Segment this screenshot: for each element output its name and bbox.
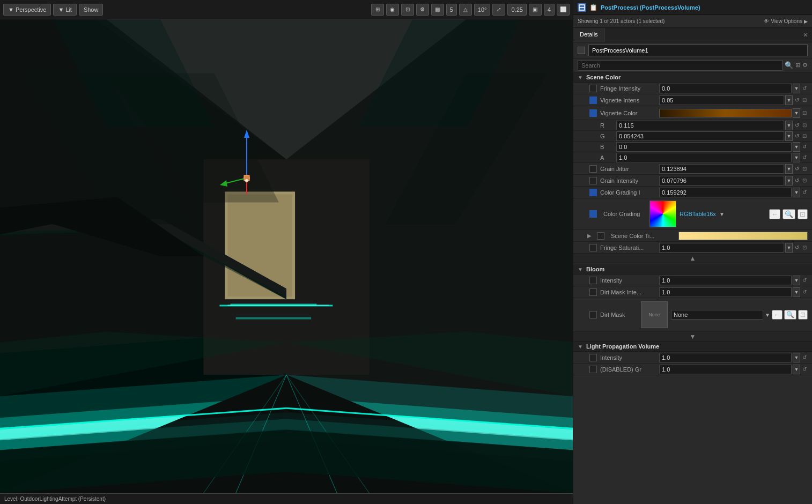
vignette-intensity-checkbox[interactable] xyxy=(589,97,597,104)
fringe-intensity-reset-btn[interactable]: ↺ xyxy=(801,85,808,91)
fringe-intensity-spin-btn[interactable]: ▼ xyxy=(793,84,800,93)
vignette-color-checkbox[interactable] xyxy=(589,109,597,117)
render-num-button[interactable]: 4 xyxy=(544,4,555,16)
camera-button[interactable]: ◉ xyxy=(386,4,399,16)
fringe-intensity-input[interactable] xyxy=(659,84,792,93)
scroll-down-arrow[interactable]: ▼ xyxy=(690,333,696,340)
details-close-button[interactable]: × xyxy=(799,28,812,42)
color-grading-intensity-spin-btn[interactable]: ▼ xyxy=(793,188,800,197)
fringe-saturation-checkbox[interactable] xyxy=(589,244,597,251)
lpv-disabled-gr-checkbox[interactable] xyxy=(589,366,597,373)
num5-button[interactable]: 5 xyxy=(446,4,457,16)
b-spin-btn[interactable]: ▼ xyxy=(793,142,800,152)
vignette-intensity-spin-btn[interactable]: ▼ xyxy=(785,95,793,105)
grain-intensity-checkbox[interactable] xyxy=(589,177,597,184)
fringe-saturation-extra-btn[interactable]: ⊡ xyxy=(801,244,808,250)
vignette-intensity-input[interactable] xyxy=(659,95,784,105)
color-grading-texture-checkbox[interactable] xyxy=(589,210,597,218)
grain-jitter-extra-btn[interactable]: ⊡ xyxy=(801,166,808,172)
grid-view-icon[interactable]: ⊞ xyxy=(795,62,800,69)
g-extra-btn[interactable]: ⊡ xyxy=(801,133,808,139)
bloom-intensity-spin-btn[interactable]: ▼ xyxy=(793,276,800,285)
settings-icon[interactable]: ⚙ xyxy=(802,62,808,69)
scene-tint-expand-arrow[interactable]: ▶ xyxy=(587,233,592,239)
color-grading-extra-btn[interactable]: ⊡ xyxy=(798,209,808,219)
color-grading-lut-preview[interactable] xyxy=(649,201,676,227)
fringe-intensity-checkbox[interactable] xyxy=(589,85,597,92)
fringe-saturation-reset-btn[interactable]: ↺ xyxy=(794,244,800,250)
grid-size-button[interactable]: ▦ xyxy=(431,4,444,16)
search-input[interactable] xyxy=(578,60,783,71)
dirt-mask-intensity-input[interactable] xyxy=(659,287,792,297)
search-icon[interactable]: 🔍 xyxy=(785,61,793,69)
a-input[interactable] xyxy=(616,153,792,162)
angle-value-button[interactable]: 10° xyxy=(474,4,491,16)
color-grading-intensity-reset-btn[interactable]: ↺ xyxy=(801,189,808,195)
dirt-mask-intensity-reset-btn[interactable]: ↺ xyxy=(801,289,808,295)
scale-settings-button[interactable]: ⤢ xyxy=(492,4,505,16)
bloom-section-header[interactable]: ▼ Bloom xyxy=(573,264,812,275)
lpv-intensity-input[interactable] xyxy=(659,353,792,362)
lpv-intensity-spin-btn[interactable]: ▼ xyxy=(793,353,800,362)
dirt-mask-extra-btn[interactable]: ⊡ xyxy=(798,310,808,320)
b-input[interactable] xyxy=(616,142,792,152)
color-grading-arrow-left-btn[interactable]: ← xyxy=(769,209,780,219)
r-input[interactable] xyxy=(616,121,784,130)
vignette-color-extra-btn[interactable]: ⊡ xyxy=(801,110,808,116)
grain-jitter-spin-btn[interactable]: ▼ xyxy=(785,164,793,174)
show-button[interactable]: Show xyxy=(79,4,104,16)
dirt-mask-intensity-checkbox[interactable] xyxy=(589,288,597,296)
color-grading-search-btn[interactable]: 🔍 xyxy=(783,209,795,219)
g-reset-btn[interactable]: ↺ xyxy=(794,133,800,139)
tab-details[interactable]: Details xyxy=(573,28,605,42)
grain-intensity-extra-btn[interactable]: ⊡ xyxy=(801,177,808,183)
color-grading-intensity-checkbox[interactable] xyxy=(589,189,597,196)
vignette-intensity-reset-btn[interactable]: ↺ xyxy=(794,97,800,103)
scroll-up-arrow[interactable]: ▲ xyxy=(690,255,696,262)
dirt-mask-name-input[interactable] xyxy=(671,310,763,320)
grain-jitter-reset-btn[interactable]: ↺ xyxy=(794,166,800,172)
view-options-button[interactable]: 👁 View Options ▶ xyxy=(764,18,808,24)
a-reset-btn[interactable]: ↺ xyxy=(801,154,808,160)
dirt-mask-intensity-spin-btn[interactable]: ▼ xyxy=(793,287,800,297)
perspective-button[interactable]: ▼ Perspective xyxy=(3,4,51,16)
grain-jitter-input[interactable] xyxy=(659,164,784,174)
a-spin-btn[interactable]: ▼ xyxy=(793,153,800,162)
grain-intensity-spin-btn[interactable]: ▼ xyxy=(785,176,793,186)
lpv-disabled-gr-spin-btn[interactable]: ▼ xyxy=(793,365,800,374)
lpv-section-header[interactable]: ▼ Light Propagation Volume xyxy=(573,342,812,352)
vignette-intensity-extra-btn[interactable]: ⊡ xyxy=(801,97,808,103)
r-extra-btn[interactable]: ⊡ xyxy=(801,122,808,128)
lpv-disabled-gr-input[interactable] xyxy=(659,365,792,374)
scale-value-button[interactable]: 0.25 xyxy=(507,4,526,16)
g-spin-btn[interactable]: ▼ xyxy=(785,131,793,141)
lpv-disabled-gr-reset-btn[interactable]: ↺ xyxy=(801,366,808,372)
actor-name-input[interactable] xyxy=(588,45,808,56)
vignette-color-swatch[interactable] xyxy=(659,109,792,117)
grain-intensity-input[interactable] xyxy=(659,176,784,186)
r-reset-btn[interactable]: ↺ xyxy=(794,122,800,128)
lpv-intensity-reset-btn[interactable]: ↺ xyxy=(801,354,808,360)
render-mode-button[interactable]: ▣ xyxy=(529,4,542,16)
bloom-intensity-reset-btn[interactable]: ↺ xyxy=(801,277,808,283)
r-spin-btn[interactable]: ▼ xyxy=(785,121,793,130)
snap-settings-button[interactable]: ⚙ xyxy=(416,4,429,16)
fringe-saturation-input[interactable] xyxy=(659,243,784,253)
vignette-color-expand-btn[interactable]: ▼ xyxy=(793,108,800,118)
dirt-mask-arrow-btn[interactable]: ← xyxy=(772,310,783,320)
scene-tint-color-bar[interactable] xyxy=(678,232,808,240)
scene-color-section-header[interactable]: ▼ Scene Color xyxy=(573,72,812,83)
scene-tint-checkbox[interactable] xyxy=(597,232,604,240)
b-reset-btn[interactable]: ↺ xyxy=(801,144,808,150)
actor-visible-checkbox[interactable] xyxy=(578,47,585,54)
bloom-intensity-input[interactable] xyxy=(659,276,792,285)
bloom-intensity-checkbox[interactable] xyxy=(589,277,597,284)
maximize-button[interactable]: ⬜ xyxy=(557,4,570,16)
viewport-settings-button[interactable]: ⊡ xyxy=(401,4,414,16)
grid-toggle-button[interactable]: ⊞ xyxy=(371,4,384,16)
grain-intensity-reset-btn[interactable]: ↺ xyxy=(794,177,800,183)
g-input[interactable] xyxy=(616,131,784,141)
fringe-saturation-spin-btn[interactable]: ▼ xyxy=(785,243,793,253)
lit-button[interactable]: ▼ Lit xyxy=(53,4,77,16)
grain-jitter-checkbox[interactable] xyxy=(589,165,597,173)
